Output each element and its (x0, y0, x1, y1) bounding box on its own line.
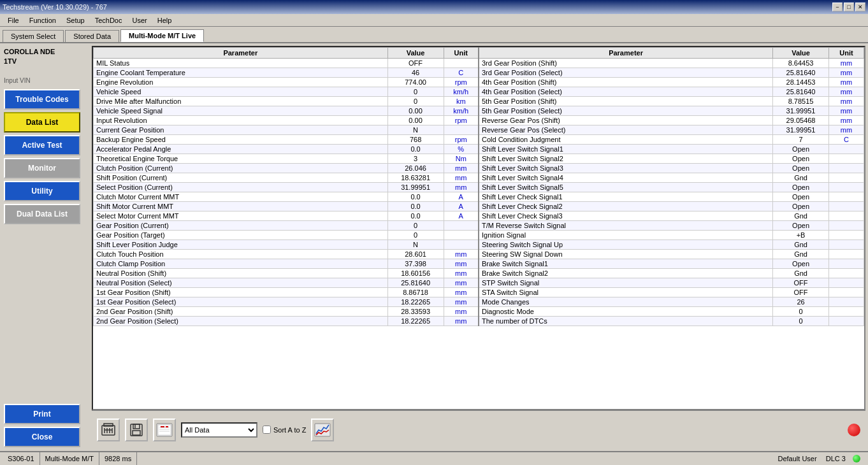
car-info: COROLLA NDE 1TV (4, 47, 85, 67)
value2-cell: +B (773, 231, 829, 240)
param2-cell: 4th Gear Position (Select) (479, 87, 773, 97)
table-row: Shift Motor Current MMT0.0AShift Lever C… (94, 202, 864, 211)
title-bar-buttons: − □ ✕ (832, 3, 865, 11)
table-row: Theoretical Engine Torque3NmShift Lever … (94, 154, 864, 164)
tab-0[interactable]: System Select (3, 30, 64, 42)
header-unit2: Unit (829, 48, 864, 59)
param1-cell: 2nd Gear Position (Shift) (94, 307, 388, 317)
unit1-cell: A (444, 211, 479, 221)
data-list-button[interactable]: Data List (4, 112, 80, 132)
value1-cell: 0.00 (387, 116, 444, 125)
table-row: Engine Revolution774.00rpm4th Gear Posit… (94, 78, 864, 87)
value2-cell: Open (773, 154, 829, 164)
dual-data-list-button[interactable]: Dual Data List (4, 204, 80, 224)
record-indicator (848, 424, 860, 436)
sort-checkbox-label: Sort A to Z (263, 426, 306, 434)
menu-item-function[interactable]: Function (24, 15, 61, 25)
unit1-cell: A (444, 202, 479, 211)
table-row: Shift Position (Current)18.63281mmShift … (94, 173, 864, 183)
param1-cell: Gear Position (Current) (94, 221, 388, 231)
tab-2[interactable]: Multi-Mode M/T Live (120, 29, 204, 42)
table-row: 2nd Gear Position (Shift)28.33593mmDiagn… (94, 307, 864, 317)
unit2-cell: mm (829, 125, 864, 135)
snapshot-button[interactable] (97, 418, 120, 441)
unit2-cell (829, 307, 864, 317)
value1-cell: 28.33593 (387, 307, 444, 317)
menu-item-file[interactable]: File (3, 15, 24, 25)
sidebar: COROLLA NDE 1TV Input VIN Trouble Codes … (0, 43, 89, 451)
table-row: 1st Gear Position (Shift)8.86718mmSTA Sw… (94, 288, 864, 297)
active-test-button[interactable]: Active Test (4, 135, 80, 155)
table-row: Neutral Position (Select)25.81640mmSTP S… (94, 278, 864, 288)
menu-item-user[interactable]: User (127, 15, 152, 25)
tab-1[interactable]: Stored Data (65, 30, 119, 42)
param1-cell: Engine Revolution (94, 78, 388, 87)
unit1-cell: rpm (444, 78, 479, 87)
table-row: Accelerator Pedal Angle0.0%Shift Lever S… (94, 145, 864, 154)
param2-cell: Reverse Gear Pos (Select) (479, 125, 773, 135)
value1-cell: 26.046 (387, 164, 444, 173)
menu-item-techdoc[interactable]: TechDoc (90, 15, 127, 25)
param1-cell: Accelerator Pedal Angle (94, 145, 388, 154)
value1-cell: 0.0 (387, 202, 444, 211)
value2-cell: Gnd (773, 173, 829, 183)
unit1-cell: mm (444, 269, 479, 278)
trouble-codes-button[interactable]: Trouble Codes (4, 89, 80, 110)
maximize-button[interactable]: □ (844, 3, 854, 11)
close-button[interactable]: ✕ (855, 3, 865, 11)
table-row: Engine Coolant Temperature46C3rd Gear Po… (94, 68, 864, 78)
value2-cell: 0 (773, 317, 829, 326)
param1-cell: Neutral Position (Shift) (94, 269, 388, 278)
table-row: Gear Position (Target)0Ignition Signal+B (94, 231, 864, 240)
value1-cell: 28.601 (387, 250, 444, 259)
save-button[interactable] (125, 418, 148, 441)
param2-cell: T/M Reverse Switch Signal (479, 221, 773, 231)
unit2-cell: mm (829, 97, 864, 106)
unit1-cell: mm (444, 173, 479, 183)
unit2-cell: mm (829, 68, 864, 78)
all-data-select[interactable]: All DataCustom (181, 422, 257, 438)
data-table-container[interactable]: Parameter Value Unit Parameter Value Uni… (93, 47, 864, 409)
menu-item-help[interactable]: Help (152, 15, 177, 25)
unit2-cell (829, 231, 864, 240)
header-param2: Parameter (479, 48, 773, 59)
data-table-wrapper: Parameter Value Unit Parameter Value Uni… (92, 46, 865, 410)
unit1-cell: % (444, 145, 479, 154)
minimize-button[interactable]: − (832, 3, 843, 11)
record-button[interactable] (153, 418, 176, 441)
table-row: Backup Engine Speed768rpmCold Condition … (94, 135, 864, 145)
close-btn[interactable]: Close (4, 427, 80, 447)
graph-button[interactable] (311, 418, 334, 441)
utility-button[interactable]: Utility (4, 181, 80, 201)
sort-checkbox[interactable] (263, 426, 271, 434)
print-button[interactable]: Print (4, 404, 80, 424)
param1-cell: Select Position (Current) (94, 183, 388, 192)
unit2-cell (829, 240, 864, 250)
monitor-button[interactable]: Monitor (4, 158, 80, 178)
menu-item-setup[interactable]: Setup (61, 15, 90, 25)
value1-cell: OFF (387, 59, 444, 68)
value2-cell: Open (773, 202, 829, 211)
param2-cell: Steering SW Signal Down (479, 250, 773, 259)
table-row: Select Position (Current)31.99951mmShift… (94, 183, 864, 192)
table-row: 2nd Gear Position (Select)18.22265mmThe … (94, 317, 864, 326)
header-value1: Value (387, 48, 444, 59)
svg-rect-16 (161, 426, 164, 427)
value1-cell: 768 (387, 135, 444, 145)
param2-cell: Ignition Signal (479, 231, 773, 240)
table-row: Select Motor Current MMT0.0AShift Lever … (94, 211, 864, 221)
param1-cell: Shift Lever Position Judge (94, 240, 388, 250)
header-unit1: Unit (444, 48, 479, 59)
value1-cell: 3 (387, 154, 444, 164)
svg-rect-9 (133, 431, 140, 435)
value2-cell: 28.14453 (773, 78, 829, 87)
table-row: Gear Position (Current)0T/M Reverse Swit… (94, 221, 864, 231)
connection-indicator (853, 455, 860, 462)
status-time: 9828 ms (99, 452, 137, 465)
value2-cell: 26 (773, 297, 829, 307)
tab-bar: System SelectStored DataMulti-Mode M/T L… (0, 27, 868, 43)
value1-cell: 18.22265 (387, 297, 444, 307)
param1-cell: Clutch Motor Current MMT (94, 192, 388, 202)
param2-cell: STA Switch Signal (479, 288, 773, 297)
value1-cell: 0.0 (387, 192, 444, 202)
